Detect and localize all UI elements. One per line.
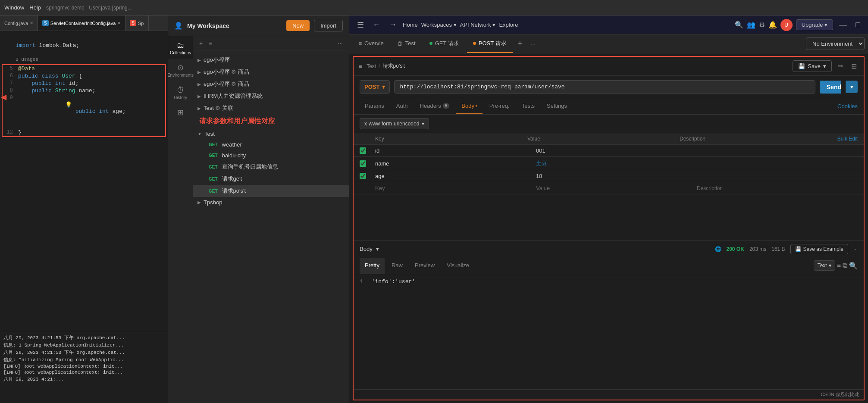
method-get-badge: GET <box>207 153 219 158</box>
method-select[interactable]: POST ▾ <box>360 80 390 94</box>
param-check-id[interactable] <box>360 147 375 154</box>
param-check-name[interactable] <box>360 160 375 167</box>
sidebar-toggle-button[interactable]: ☰ <box>354 19 367 31</box>
tree-filter-button[interactable]: ≡ <box>207 39 214 47</box>
user-avatar[interactable]: U <box>780 19 793 31</box>
tree-add-button[interactable]: + <box>197 39 204 47</box>
panel-icon-button[interactable]: ⊟ <box>849 60 859 72</box>
back-button[interactable]: ← <box>370 19 383 30</box>
tree-item-ihrm[interactable]: ▶ IHRM人力资源管理系统 <box>193 90 349 102</box>
param-key-placeholder[interactable]: Key <box>375 185 536 191</box>
tab-headers[interactable]: Headers 8 <box>415 98 455 114</box>
param-desc-placeholder[interactable]: Description <box>697 185 858 191</box>
text-format-select[interactable]: Text ▾ <box>814 260 835 271</box>
tree-item-phone[interactable]: GET 查询手机号归属地信息 <box>193 161 349 173</box>
response-size: 161 B <box>771 246 785 252</box>
tab-params[interactable]: Params <box>360 98 389 114</box>
add-user-icon[interactable]: 👥 <box>747 21 755 29</box>
ide-tab-close[interactable]: ✕ <box>30 21 33 25</box>
forward-button[interactable]: → <box>386 19 399 30</box>
window-maximize-button[interactable]: □ <box>853 19 863 30</box>
tab-settings[interactable]: Settings <box>542 98 572 114</box>
window-minimize-button[interactable]: — <box>837 19 849 30</box>
param-checkbox-id[interactable] <box>360 147 366 154</box>
cookies-link[interactable]: Cookies <box>837 103 858 109</box>
save-example-button[interactable]: 💾 Save as Example <box>790 244 848 254</box>
send-dropdown-button[interactable]: ▾ <box>846 81 858 93</box>
console-line: 八月 29, 2023 4:21:53 下午 org.apache.cat... <box>3 334 164 341</box>
nav-link-explore[interactable]: Explore <box>499 22 518 28</box>
add-tab-button[interactable]: + <box>514 39 526 48</box>
param-value-placeholder[interactable]: Value <box>536 185 697 191</box>
tree-more-button[interactable]: ··· <box>336 39 345 47</box>
tab-label: Overvie <box>364 40 384 47</box>
window-menu-window[interactable]: Window <box>4 4 24 11</box>
tab-post-req[interactable]: POST 请求 <box>467 34 513 53</box>
tree-item-weather[interactable]: GET weather <box>193 139 349 150</box>
tree-item-baidu[interactable]: GET baidu-city <box>193 150 349 161</box>
param-checkbox-name[interactable] <box>360 160 366 167</box>
tree-item-post-req[interactable]: GET 请求po's't <box>193 185 349 197</box>
resp-tab-preview[interactable]: Preview <box>410 258 440 274</box>
response-more-button[interactable]: ··· <box>853 246 858 252</box>
edit-icon-button[interactable]: ✏ <box>836 60 845 72</box>
sidebar-icon-history[interactable]: ⏱ History <box>168 81 193 103</box>
param-check-age[interactable] <box>360 173 375 179</box>
param-key-age[interactable]: age <box>375 173 536 179</box>
search-icon[interactable]: 🔍 <box>735 21 743 29</box>
tab-auth[interactable]: Auth <box>391 98 413 114</box>
tab-tests[interactable]: Tests <box>517 98 540 114</box>
upgrade-button[interactable]: Upgrade ▾ <box>796 19 833 30</box>
import-button[interactable]: Import <box>314 20 343 31</box>
ide-tab-servlet[interactable]: S ServletContainerInitConfig.java ✕ <box>38 16 125 31</box>
tab-settings-label: Settings <box>547 103 567 109</box>
environment-select[interactable]: No Environment <box>806 37 865 50</box>
tree-item-test-assoc[interactable]: ▶ Test ⚙ 关联 <box>193 102 349 114</box>
response-dropdown-button[interactable]: ▾ <box>376 246 379 252</box>
tab-prereq[interactable]: Pre-req. <box>484 98 515 114</box>
notifications-icon[interactable]: 🔔 <box>768 21 777 29</box>
encoding-select[interactable]: x-www-form-urlencoded ▾ <box>360 118 429 129</box>
resp-tab-visualize[interactable]: Visualize <box>442 258 474 274</box>
param-key-name[interactable]: name <box>375 160 536 167</box>
save-button[interactable]: 💾 Save ▾ <box>793 60 832 72</box>
window-menu-help[interactable]: Help <box>29 4 41 11</box>
ide-tab-close[interactable]: ✕ <box>117 21 121 25</box>
breadcrumb-parent[interactable]: Test <box>367 63 376 69</box>
sidebar-icon-environments[interactable]: ⊙ Environments <box>168 59 193 81</box>
param-key-id[interactable]: id <box>375 147 536 154</box>
wrap-lines-button[interactable]: ≡ <box>837 262 841 269</box>
tab-body[interactable]: Body ● <box>456 98 482 114</box>
sidebar-icon-collections[interactable]: 🗂 Collections <box>168 36 193 59</box>
tab-get-req[interactable]: GET 请求 <box>423 34 465 53</box>
resp-tab-raw[interactable]: Raw <box>386 258 408 274</box>
tree-item-ego2[interactable]: ▶ ego小程序 ⚙ 商品 <box>193 66 349 78</box>
warning-icon: 💡 <box>65 102 72 108</box>
settings-icon[interactable]: ⚙ <box>759 21 765 29</box>
tree-item-ego1[interactable]: ▶ ego小程序 <box>193 54 349 66</box>
resp-tab-pretty[interactable]: Pretty <box>360 258 385 274</box>
copy-response-button[interactable]: ⧉ <box>843 262 847 269</box>
tree-item-test[interactable]: ▼ Test <box>193 128 349 139</box>
sidebar-icon-grid[interactable]: ⊞ <box>168 103 193 120</box>
tree-item-tpshop[interactable]: ▶ Tpshop <box>193 197 349 208</box>
tree-item-ego3[interactable]: ▶ ego小程序 ⚙ 商品 <box>193 78 349 90</box>
nav-link-workspaces[interactable]: Workspaces ▾ <box>421 22 457 28</box>
tab-more-button[interactable]: ··· <box>527 41 539 47</box>
param-value-id[interactable]: 001 <box>536 147 697 154</box>
param-checkbox-age[interactable] <box>360 173 366 179</box>
tab-overview[interactable]: ≡ Overvie <box>353 34 390 53</box>
search-response-button[interactable]: 🔍 <box>849 262 858 270</box>
new-button[interactable]: New <box>286 20 310 31</box>
ide-tab-config[interactable]: Config.java ✕ <box>0 16 38 31</box>
send-button[interactable]: Send <box>820 81 841 94</box>
param-value-age[interactable]: 18 <box>536 173 697 179</box>
param-value-name[interactable]: 土豆 <box>536 159 697 167</box>
url-input[interactable] <box>394 80 815 94</box>
tree-item-get-req[interactable]: GET 请求ge't <box>193 173 349 185</box>
nav-link-home[interactable]: Home <box>403 22 418 28</box>
nav-link-api-network[interactable]: API Network ▾ <box>460 22 496 28</box>
tab-test[interactable]: 🗑 Test <box>392 34 422 53</box>
ide-tab-sp[interactable]: S Sp <box>125 16 148 31</box>
bulk-edit-button[interactable]: Bulk Edit <box>832 136 858 142</box>
